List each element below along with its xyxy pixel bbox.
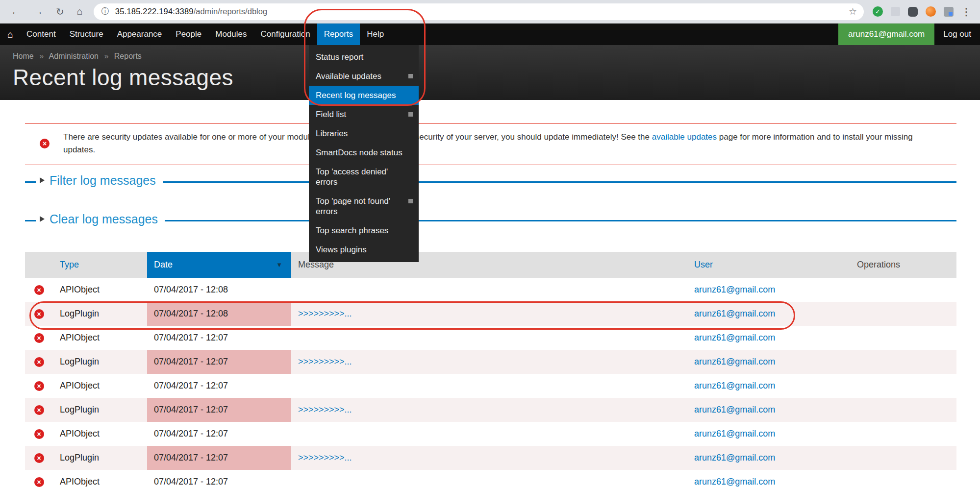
user-link[interactable]: arunz61@gmail.com xyxy=(694,405,775,414)
operations-cell xyxy=(850,350,956,374)
menu-item-label: Top search phrases xyxy=(316,226,388,235)
breadcrumb-administration-link[interactable]: Administration xyxy=(49,52,99,60)
page-header: Home » Administration » Reports Recent l… xyxy=(0,45,980,100)
table-row: × APIObject 07/04/2017 - 12:07 arunz61@g… xyxy=(25,326,956,350)
reports-menu-item[interactable]: Top search phrases xyxy=(309,221,419,240)
account-button[interactable]: arunz61@gmail.com xyxy=(838,24,934,45)
reports-menu-item[interactable]: Libraries xyxy=(309,124,419,143)
reports-menu-item[interactable]: Status report xyxy=(309,48,419,67)
toolbar-item-people[interactable]: People xyxy=(169,24,208,45)
browser-menu-icon[interactable]: ⋮ xyxy=(961,6,971,18)
toolbar-item-content[interactable]: Content xyxy=(20,24,63,45)
breadcrumb-home-link[interactable]: Home xyxy=(13,52,34,60)
bookmark-star-icon[interactable]: ☆ xyxy=(849,6,857,17)
reports-menu-item[interactable]: Recent log messages xyxy=(309,86,419,105)
date-cell: 07/04/2017 - 12:07 xyxy=(147,470,291,487)
toolbar-item-appearance[interactable]: Appearance xyxy=(110,24,169,45)
forward-icon[interactable]: → xyxy=(33,6,43,17)
message-link[interactable]: >>>>>>>>>... xyxy=(298,405,352,414)
collapse-arrow-icon xyxy=(40,177,45,183)
shortcut-badge-icon xyxy=(408,112,413,117)
date-header-label: Date xyxy=(154,260,173,270)
user-link[interactable]: arunz61@gmail.com xyxy=(694,477,775,487)
user-link[interactable]: arunz61@gmail.com xyxy=(694,285,775,294)
sort-by-type-link[interactable]: Type xyxy=(60,260,79,269)
table-row: × APIObject 07/04/2017 - 12:08 arunz61@g… xyxy=(25,278,956,302)
menu-item-label: Status report xyxy=(316,52,363,62)
reports-menu-item[interactable]: Top 'page not found' errors xyxy=(309,192,419,221)
extension-icon[interactable] xyxy=(944,7,954,17)
sort-by-user-link[interactable]: User xyxy=(694,260,713,269)
user-link[interactable]: arunz61@gmail.com xyxy=(694,333,775,342)
error-message-text: There are security updates available for… xyxy=(63,131,945,157)
message-link[interactable]: >>>>>>>>>... xyxy=(298,309,352,318)
table-row: × LogPlugin 07/04/2017 - 12:07 >>>>>>>>>… xyxy=(25,446,956,470)
toolbar-item-modules[interactable]: Modules xyxy=(208,24,253,45)
admin-menu: ContentStructureAppearancePeopleModulesC… xyxy=(20,24,391,45)
user-cell: arunz61@gmail.com xyxy=(687,470,850,487)
extension-check-icon[interactable]: ✓ xyxy=(873,6,883,17)
available-updates-link[interactable]: available updates xyxy=(652,132,717,142)
user-link[interactable]: arunz61@gmail.com xyxy=(694,429,775,438)
table-row: × LogPlugin 07/04/2017 - 12:07 >>>>>>>>>… xyxy=(25,398,956,422)
back-icon[interactable]: ← xyxy=(11,6,21,17)
type-cell: APIObject xyxy=(53,326,147,350)
address-bar[interactable]: ⓘ 35.185.222.194:3389 /admin/reports/dbl… xyxy=(94,3,864,20)
menu-item-label: Libraries xyxy=(316,129,348,138)
error-icon: × xyxy=(34,309,44,319)
reports-menu-item[interactable]: SmartDocs node status xyxy=(309,143,419,162)
screen: ← → ↻ ⌂ ⓘ 35.185.222.194:3389 /admin/rep… xyxy=(0,0,980,487)
table-row: × APIObject 07/04/2017 - 12:07 arunz61@g… xyxy=(25,422,956,446)
error-icon: × xyxy=(34,405,44,415)
user-cell: arunz61@gmail.com xyxy=(687,398,850,422)
table-row: × APIObject 07/04/2017 - 12:07 arunz61@g… xyxy=(25,374,956,398)
extension-icon[interactable] xyxy=(908,7,918,17)
filter-fieldset-toggle[interactable]: Filter log messages xyxy=(36,173,163,188)
severity-cell: × xyxy=(25,470,53,487)
reload-icon[interactable]: ↻ xyxy=(56,6,64,18)
user-link[interactable]: arunz61@gmail.com xyxy=(694,309,775,318)
date-cell: 07/04/2017 - 12:08 xyxy=(147,278,291,302)
log-messages-table: Type Date ▼ Message User Operations × AP… xyxy=(25,252,956,487)
error-icon: × xyxy=(34,357,44,367)
message-cell xyxy=(291,422,687,446)
home-icon[interactable]: ⌂ xyxy=(77,6,83,17)
toolbar-item-help[interactable]: Help xyxy=(360,24,391,45)
user-link[interactable]: arunz61@gmail.com xyxy=(694,453,775,463)
menu-item-label: SmartDocs node status xyxy=(316,148,402,157)
toolbar-item-structure[interactable]: Structure xyxy=(63,24,110,45)
reports-menu-item[interactable]: Views plugins xyxy=(309,240,419,259)
severity-cell: × xyxy=(25,350,53,374)
message-cell: >>>>>>>>>... xyxy=(291,446,687,470)
extension-icon[interactable] xyxy=(926,6,936,17)
breadcrumb: Home » Administration » Reports xyxy=(13,52,980,61)
url-path: /admin/reports/dblog xyxy=(194,7,267,16)
message-cell: >>>>>>>>>... xyxy=(291,398,687,422)
drupal-home-icon[interactable]: ⌂ xyxy=(0,24,20,45)
table-row: × APIObject 07/04/2017 - 12:07 arunz61@g… xyxy=(25,470,956,487)
error-icon: × xyxy=(34,453,44,463)
error-icon: × xyxy=(40,139,50,148)
error-icon: × xyxy=(34,285,44,295)
breadcrumb-reports-link[interactable]: Reports xyxy=(114,52,142,60)
reports-menu-item[interactable]: Field list xyxy=(309,105,419,124)
type-cell: LogPlugin xyxy=(53,398,147,422)
date-column-header[interactable]: Date ▼ xyxy=(147,252,291,278)
logout-button[interactable]: Log out xyxy=(934,24,980,45)
toolbar-item-reports[interactable]: Reports xyxy=(317,24,360,45)
clear-fieldset-toggle[interactable]: Clear log messages xyxy=(36,212,165,226)
page-info-icon[interactable]: ⓘ xyxy=(101,6,109,17)
reports-menu-item[interactable]: Top 'access denied' errors xyxy=(309,162,419,192)
severity-cell: × xyxy=(25,422,53,446)
operations-cell xyxy=(850,446,956,470)
filter-fieldset: Filter log messages xyxy=(25,181,956,196)
extension-icon[interactable] xyxy=(891,7,900,16)
user-column-header: User xyxy=(687,252,850,278)
message-link[interactable]: >>>>>>>>>... xyxy=(298,357,352,366)
user-link[interactable]: arunz61@gmail.com xyxy=(694,357,775,366)
message-link[interactable]: >>>>>>>>>... xyxy=(298,453,352,463)
toolbar-item-configuration[interactable]: Configuration xyxy=(254,24,317,45)
reports-menu-item[interactable]: Available updates xyxy=(309,67,419,86)
date-cell: 07/04/2017 - 12:07 xyxy=(147,446,291,470)
user-link[interactable]: arunz61@gmail.com xyxy=(694,381,775,390)
